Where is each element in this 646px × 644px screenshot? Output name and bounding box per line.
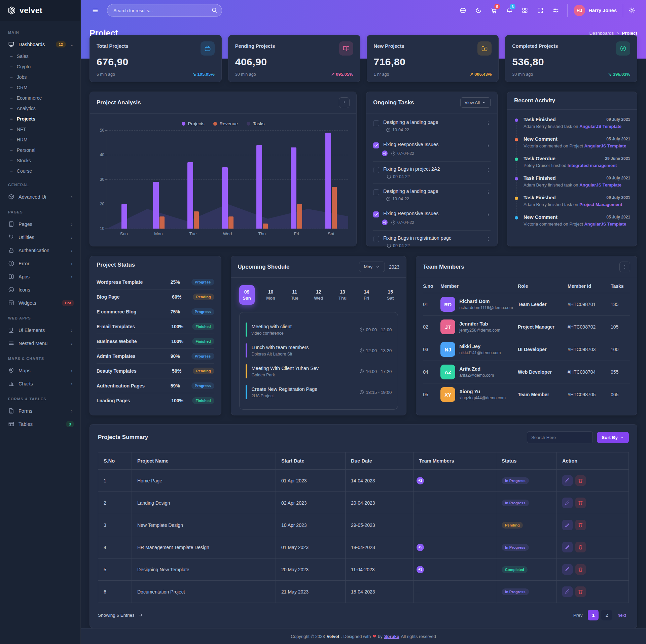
day-weekday: Mon [266,296,275,301]
activity-link[interactable]: AngularJS Template [579,124,621,129]
team-members-menu-button[interactable] [619,262,630,272]
view-all-button[interactable]: View All [460,97,491,108]
sidebar-subitem-personal[interactable]: –Personal [0,145,80,155]
edit-button[interactable] [562,542,573,552]
navbar-fullscreen-button[interactable] [534,4,547,17]
sidebar-item-icons[interactable]: Icons [0,283,80,296]
delete-button[interactable] [575,542,586,552]
schedule-day-sat[interactable]: 15Sat [383,285,398,305]
pagination-page-1[interactable]: 1 [588,610,599,620]
pagination-prev[interactable]: Prev [571,610,585,620]
sidebar-item-charts[interactable]: Charts› [0,377,80,390]
sidebar-subitem-projects[interactable]: –Projects [0,113,80,124]
sidebar-subitem-nft[interactable]: –NFT [0,124,80,134]
spruko-link[interactable]: Spruko [384,634,399,639]
y-axis-label: 50 [95,128,104,133]
edit-button[interactable] [562,475,573,486]
sidebar-item-utilities[interactable]: Utilities› [0,231,80,244]
status-badge: Pending [502,522,523,529]
delete-button[interactable] [575,586,586,597]
navbar-cart-button[interactable]: 5 [487,4,501,17]
sidebar-item-dashboards[interactable]: Dashboards12⌄ [0,38,80,51]
sidebar-item-nested-menu[interactable]: Nested Menu› [0,337,80,350]
task-menu-button[interactable] [486,142,491,149]
sidebar-subitem-analytics[interactable]: –Analytics [0,103,80,113]
task-menu-button[interactable] [486,211,491,218]
schedule-day-sun[interactable]: 09Sun [239,285,255,305]
edit-button[interactable] [562,520,573,530]
delete-button[interactable] [575,498,586,508]
task-checkbox[interactable] [373,211,379,217]
task-checkbox[interactable] [373,236,379,242]
sidebar-subitem-sales[interactable]: –Sales [0,51,80,61]
task-menu-button[interactable] [486,166,491,174]
sidebar-item-pages[interactable]: Pages› [0,217,80,231]
schedule-day-thu[interactable]: 13Thu [335,285,350,305]
pagination-next[interactable]: next [615,610,629,620]
sidebar-subitem-hrm[interactable]: –HRM [0,134,80,145]
sidebar-item-forms[interactable]: Forms› [0,404,80,417]
activity-link[interactable]: AngularJS Template [584,222,626,227]
navbar-grid-button[interactable] [518,4,532,17]
row-analysis: Project Analysis ProjectsRevenueTasks 50… [89,92,637,246]
navbar-settings-button[interactable] [625,4,639,17]
pagination-page-2[interactable]: 2 [601,610,612,620]
task-checkbox[interactable] [373,167,379,173]
task-date: 09-04-22 [387,174,410,179]
project-analysis-menu-button[interactable] [339,97,350,108]
task-menu-button[interactable] [486,120,491,127]
sidebar-subitem-crypto[interactable]: –Crypto [0,61,80,72]
navbar-moon-button[interactable] [472,4,485,17]
navbar-bell-button[interactable]: 3 [503,4,516,17]
summary-search-input[interactable] [527,431,593,443]
task-menu-button[interactable] [486,189,491,196]
activity-link[interactable]: Project Management [579,202,622,207]
schedule-day-wed[interactable]: 12Wed [311,285,326,305]
status-badge: Pending [193,368,214,374]
month-select[interactable]: May [359,262,385,272]
task-checkbox[interactable] [373,120,379,126]
edit-button[interactable] [562,498,573,508]
search-input[interactable] [107,4,222,17]
sort-by-button[interactable]: Sort By [597,432,629,443]
sidebar-subitem-ecommerce[interactable]: –Ecommerce [0,93,80,103]
sidebar-subitem-course[interactable]: –Course [0,166,80,176]
task-checkbox[interactable] [373,189,379,195]
sidebar-item-advanced-ui[interactable]: Advanced Ui› [0,190,80,203]
sidebar-subitem-crm[interactable]: –CRM [0,82,80,93]
navbar-sliders-button[interactable] [549,4,563,17]
brand-logo[interactable]: velvet [0,0,80,21]
event-time-value: 16:00 - 17:20 [366,369,392,374]
delete-button[interactable] [575,520,586,530]
schedule-day-fri[interactable]: 14Fri [359,285,374,305]
clock-icon [359,390,364,395]
summary-actions [557,536,629,558]
search-icon[interactable] [211,7,217,13]
stat-trend: ↘ 105.05% [192,72,215,77]
sidebar-subitem-jobs[interactable]: –Jobs [0,72,80,82]
sidebar-item-error[interactable]: Error› [0,257,80,270]
sidebar-item-ui-elements[interactable]: Ui Elements› [0,324,80,337]
briefcase-icon [201,41,215,56]
sidebar-item-authentication[interactable]: Authentication› [0,244,80,257]
activity-link[interactable]: Integrated management [568,163,617,168]
schedule-day-tue[interactable]: 11Tue [287,285,302,305]
sidebar-item-apps[interactable]: Apps› [0,270,80,283]
navbar-globe-button[interactable] [456,4,470,17]
sidebar-subitem-stocks[interactable]: –Stocks [0,155,80,166]
activity-link[interactable]: AngularJS Template [584,143,626,148]
edit-button[interactable] [562,586,573,597]
hamburger-menu-icon[interactable] [89,5,101,16]
schedule-event: Meeting With Client Yuhan SevGolden Park… [246,361,392,382]
task-menu-button[interactable] [486,235,491,243]
task-checkbox[interactable] [373,142,379,148]
activity-link[interactable]: AngularJS Template [579,182,621,188]
user-menu[interactable]: HJHarry Jones [567,4,623,17]
delete-button[interactable] [575,564,586,575]
sidebar-item-widgets[interactable]: WidgetsHot [0,296,80,309]
sidebar-item-maps[interactable]: Maps› [0,364,80,377]
schedule-day-mon[interactable]: 10Mon [263,285,279,305]
delete-button[interactable] [575,475,586,486]
sidebar-item-tables[interactable]: Tables3 [0,417,80,431]
edit-button[interactable] [562,564,573,575]
